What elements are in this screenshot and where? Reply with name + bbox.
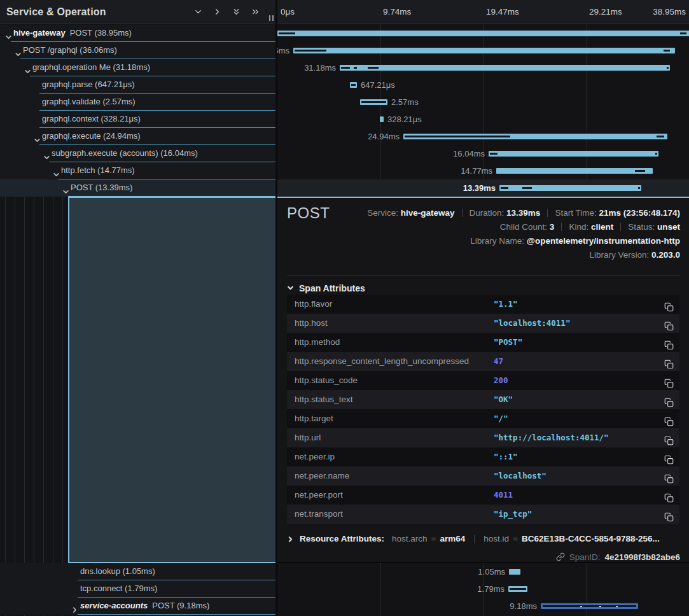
attribute-row: net.peer.port4011 (287, 486, 679, 505)
copy-icon[interactable] (664, 433, 674, 443)
span-duration-label: 328.21μs (387, 111, 422, 128)
timeline-tick: 9.74ms (383, 0, 411, 24)
span-row-post-graphql[interactable]: POST /graphql (36.06ms) (0, 42, 275, 59)
span-duration-label: 16.04ms (453, 145, 485, 162)
attribute-key: http.status_code (295, 371, 358, 390)
span-row-tcp-connect[interactable]: tcp.connect (1.79ms) (0, 580, 275, 598)
attribute-value: "localhost:4011" (494, 314, 570, 333)
detail-meta-line-4: Library Version: 0.203.0 (367, 248, 680, 262)
expand-one-icon[interactable] (212, 7, 222, 17)
copy-icon[interactable] (664, 490, 674, 500)
attribute-row: net.peer.ip"::1" (287, 447, 679, 466)
span-label: graphql.validate (2.57ms) (42, 94, 136, 110)
span-attributes-header[interactable]: Span Attributes (287, 281, 365, 296)
span-id-row[interactable]: SpanID: 4e21998f3b82abe6 (556, 549, 680, 564)
span-row-post-selected[interactable]: POST (13.39ms) (0, 179, 275, 197)
chevron-right-icon[interactable] (71, 603, 78, 610)
chevron-down-icon[interactable] (43, 150, 50, 157)
span-row-dns-lookup[interactable]: dns.lookup (1.05ms) (0, 563, 275, 580)
chevron-down-icon[interactable] (34, 133, 41, 140)
copy-icon[interactable] (664, 356, 674, 367)
resource-attr-key: host.id (484, 531, 509, 547)
span-bar-dns-lookup[interactable] (509, 569, 520, 575)
trace-viewer: Service & Operation hive-gatewayPOST (38… (0, 0, 689, 616)
copy-icon[interactable] (664, 471, 674, 481)
expand-all-icon[interactable] (250, 7, 260, 17)
detail-span-title: POST (287, 204, 330, 222)
span-label: graphql.context (328.21μs) (42, 111, 141, 127)
span-bar-post-selected[interactable] (499, 185, 641, 191)
span-bar-post-graphql[interactable] (293, 48, 675, 53)
span-row-graphql-operation[interactable]: graphql.operation Me (31.18ms) (0, 59, 275, 76)
copy-icon[interactable] (664, 395, 674, 405)
status-value: unset (657, 222, 680, 232)
collapse-all-icon[interactable] (231, 7, 241, 17)
attribute-value: "OK" (494, 390, 513, 409)
detail-meta: Service: hive-gatewayDuration: 13.39msSt… (367, 206, 680, 262)
attribute-value: "POST" (494, 333, 522, 352)
copy-icon[interactable] (664, 414, 674, 424)
span-label: graphql.operation Me (31.18ms) (32, 59, 150, 76)
attribute-key: http.flavor (295, 295, 332, 314)
copy-icon[interactable] (664, 452, 674, 462)
attribute-key: http.url (295, 428, 321, 447)
panel-divider[interactable] (275, 0, 277, 616)
library-name-value: @opentelemetry/instrumentation-http (527, 236, 680, 246)
span-bar-graphql-execute[interactable] (403, 134, 667, 139)
chevron-down-icon (287, 283, 294, 294)
library-name-label: Library Name: (470, 236, 524, 246)
collapse-one-icon[interactable] (193, 7, 203, 17)
span-row-http-fetch[interactable]: http.fetch (14.77ms) (0, 162, 275, 179)
span-bar-graphql-operation[interactable] (340, 65, 670, 71)
resource-attributes-title: Resource Attributes: (300, 531, 384, 547)
attribute-value: "http://localhost:4011/" (494, 428, 609, 447)
span-id-value: 4e21998f3b82abe6 (604, 552, 680, 562)
selected-span-region[interactable] (68, 197, 275, 563)
span-row-subgraph-execute[interactable]: subgraph.execute (accounts) (16.04ms) (0, 145, 275, 162)
service-value: hive-gateway (401, 208, 455, 218)
span-service-name: hive-gateway (13, 28, 66, 38)
span-bar-http-fetch[interactable] (496, 168, 653, 174)
span-attributes-title: Span Attributes (299, 283, 365, 293)
span-bar-hive-gateway[interactable] (277, 31, 689, 36)
span-bar-tcp-connect[interactable] (508, 586, 527, 592)
span-row-graphql-execute[interactable]: graphql.execute (24.94ms) (0, 128, 275, 145)
copy-icon[interactable] (664, 509, 674, 519)
detail-meta-line-1: Service: hive-gatewayDuration: 13.39msSt… (367, 206, 680, 220)
chevron-down-icon[interactable] (53, 167, 60, 174)
span-row-graphql-validate[interactable]: graphql.validate (2.57ms) (0, 94, 275, 111)
span-row-graphql-parse[interactable]: graphql.parse (647.21μs) (0, 76, 275, 94)
chevron-down-icon[interactable] (24, 64, 31, 71)
chevron-down-icon[interactable] (62, 185, 69, 192)
resource-attr-key: host.arch (392, 531, 428, 547)
attribute-key: http.response_content_length_uncompresse… (295, 352, 469, 371)
span-bar-graphql-validate[interactable] (360, 99, 387, 105)
chevron-down-icon[interactable] (15, 47, 22, 54)
chevron-down-icon[interactable] (5, 30, 12, 37)
attribute-row: http.status_text"OK" (287, 390, 679, 409)
span-bar-service-accounts[interactable] (541, 603, 638, 609)
resource-attributes-header[interactable]: Resource Attributes: host.arch=arm64 hos… (287, 531, 660, 547)
span-bar-graphql-parse[interactable] (350, 82, 357, 88)
span-label: http.fetch (14.77ms) (61, 162, 135, 179)
timeline-tick: 0μs (281, 0, 295, 24)
span-label: dns.lookup (1.05ms) (80, 563, 155, 580)
attribute-value: 200 (494, 371, 508, 390)
span-label: POST (13.39ms) (71, 179, 132, 196)
attribute-key: http.status_text (295, 390, 353, 409)
span-row-graphql-context[interactable]: graphql.context (328.21μs) (0, 111, 275, 128)
span-label: POST (9.18ms) (152, 601, 209, 610)
panel-resize-grip[interactable] (269, 15, 274, 21)
tree-header: Service & Operation (0, 0, 275, 24)
start-time-label: Start Time: (555, 208, 596, 218)
copy-icon[interactable] (664, 299, 674, 309)
span-row-service-accounts-post[interactable]: service-accountsPOST (9.18ms) (0, 598, 275, 615)
attribute-row: http.flavor"1.1" (287, 295, 679, 314)
copy-icon[interactable] (664, 337, 674, 347)
copy-icon[interactable] (664, 375, 674, 386)
span-row-hive-gateway-post[interactable]: hive-gatewayPOST (38.95ms) (0, 25, 275, 42)
span-bar-subgraph-execute[interactable] (489, 151, 658, 157)
span-duration-label: 9.18ms (510, 598, 537, 615)
copy-icon[interactable] (664, 318, 674, 328)
span-bar-graphql-context[interactable] (380, 116, 384, 122)
